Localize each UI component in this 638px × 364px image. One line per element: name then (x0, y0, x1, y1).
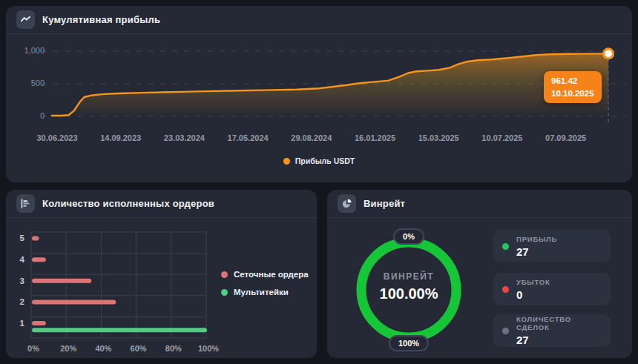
stat-label: КОЛИЧЕСТВО СДЕЛОК (516, 315, 602, 331)
y-axis-tick: 500 (31, 79, 45, 87)
stat-value: 27 (516, 334, 602, 346)
legend-item-grid-orders[interactable]: Сеточные ордера (221, 270, 309, 279)
legend-label: Прибыль USDT (295, 156, 355, 165)
stat-value: 0 (516, 288, 550, 301)
profit-dot-icon (502, 243, 509, 250)
svg-text:100%: 100% (198, 344, 219, 353)
y-axis-tick: 0 (40, 111, 45, 120)
panel-title: Количество исполненных ордеров (42, 198, 214, 209)
panel-header: Кумулятивная прибыль (6, 6, 632, 34)
legend-label: Мультитейки (234, 288, 289, 297)
legend-dot-icon (221, 271, 228, 278)
tooltip-value: 961.42 (551, 75, 594, 87)
panel-title: Винрейт (364, 198, 405, 209)
y-axis-tick: 1,000 (24, 46, 45, 55)
svg-text:40%: 40% (95, 344, 111, 353)
legend-item-multitakes[interactable]: Мультитейки (221, 288, 309, 297)
svg-text:0%: 0% (27, 344, 39, 353)
stat-card-total-trades: КОЛИЧЕСТВО СДЕЛОК 27 (493, 314, 611, 347)
winrate-panel: Винрейт ВИНРЕЙТ 100.00% 0% 100% ПРИБЫЛЬ … (327, 190, 632, 358)
x-axis-tick: 23.03.2024 (164, 133, 205, 142)
x-axis-tick: 15.03.2025 (418, 133, 459, 142)
svg-text:80%: 80% (165, 344, 182, 353)
x-axis-tick: 30.06.2023 (36, 133, 77, 142)
loss-dot-icon (502, 286, 509, 293)
executed-orders-panel: Количество исполненных ордеров 543210%20… (6, 190, 317, 358)
legend-dot-icon (221, 289, 228, 296)
trades-dot-icon (502, 328, 509, 334)
bar-chart-icon (16, 194, 35, 213)
x-axis-tick: 10.07.2025 (481, 133, 522, 142)
line-chart-icon (16, 10, 35, 29)
chart-legend[interactable]: Прибыль USDT (6, 156, 632, 165)
orders-legend: Сеточные ордера Мультитейки (221, 270, 309, 297)
x-axis-tick: 16.01.2025 (355, 133, 395, 142)
svg-text:60%: 60% (131, 344, 147, 353)
x-axis-tick: 07.09.2025 (545, 133, 586, 142)
svg-text:3: 3 (20, 277, 24, 285)
panel-header: Количество исполненных ордеров (6, 190, 317, 218)
chart-tooltip: 961.42 10.10.2025 (544, 71, 602, 103)
stat-card-profit: ПРИБЫЛЬ 27 (493, 230, 611, 262)
panel-header: Винрейт (327, 190, 632, 218)
legend-label: Сеточные ордера (234, 270, 309, 279)
stat-value: 27 (516, 245, 557, 258)
winrate-badge-top: 0% (393, 228, 424, 245)
tooltip-date: 10.10.2025 (551, 87, 594, 100)
cumulative-profit-panel: Кумулятивная прибыль 05001,00030.06.2023… (6, 6, 632, 182)
donut-center: ВИНРЕЙТ 100.00% (361, 271, 457, 302)
stat-label: УБЫТОК (516, 278, 550, 286)
svg-text:5: 5 (20, 234, 25, 242)
svg-text:20%: 20% (60, 344, 76, 353)
svg-text:4: 4 (20, 255, 25, 264)
stat-card-loss: УБЫТОК 0 (493, 273, 611, 305)
pie-chart-icon (338, 194, 356, 213)
winrate-label: ВИНРЕЙТ (361, 271, 457, 282)
legend-dot-icon (283, 158, 290, 165)
svg-text:1: 1 (20, 319, 25, 328)
svg-text:2: 2 (20, 297, 24, 306)
x-axis-tick: 17.05.2024 (228, 133, 269, 142)
stat-label: ПРИБЫЛЬ (516, 235, 557, 243)
x-axis-tick: 14.09.2023 (100, 133, 141, 142)
x-axis-tick: 29.08.2024 (291, 133, 332, 142)
winrate-value: 100.00% (361, 285, 457, 302)
winrate-badge-bottom: 100% (389, 335, 429, 351)
panel-title: Кумулятивная прибыль (42, 14, 160, 25)
